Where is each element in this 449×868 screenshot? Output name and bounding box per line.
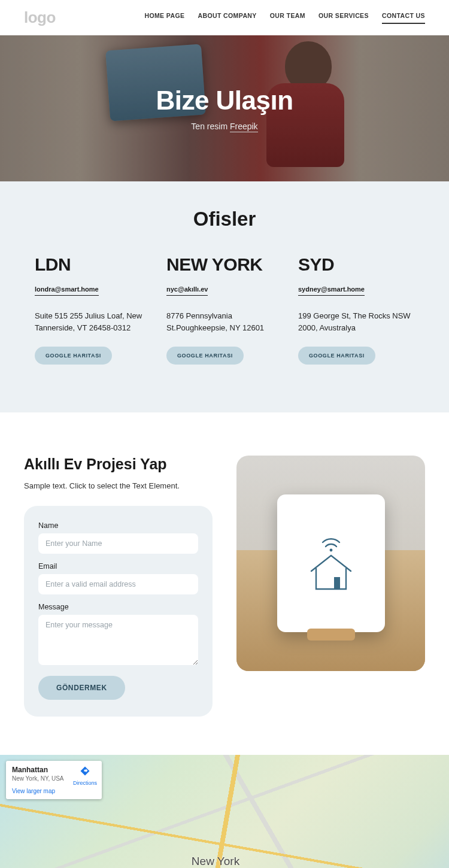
- email-input[interactable]: [38, 574, 198, 594]
- hero-subtitle: Ten resim Freepik: [191, 122, 257, 131]
- project-section: Akıllı Ev Projesi Yap Sample text. Click…: [0, 412, 449, 755]
- project-image: [236, 456, 425, 671]
- logo[interactable]: logo: [24, 8, 56, 27]
- project-left: Akıllı Ev Projesi Yap Sample text. Click…: [24, 456, 213, 717]
- svg-point-0: [329, 549, 332, 552]
- nav-team[interactable]: OUR TEAM: [270, 12, 305, 24]
- smart-home-icon: [304, 529, 358, 595]
- message-input[interactable]: [38, 615, 198, 665]
- header: logo HOME PAGE ABOUT COMPANY OUR TEAM OU…: [0, 0, 449, 35]
- nav-contact[interactable]: CONTACT US: [382, 12, 425, 24]
- hero-credit-link[interactable]: Freepik: [230, 122, 258, 132]
- offices-section: Ofisler LDN londra@smart.home Suite 515 …: [0, 181, 449, 412]
- map-directions-button[interactable]: Directions: [73, 766, 97, 787]
- office-ldn-map-button[interactable]: GOOGLE HARITASI: [35, 347, 112, 365]
- directions-icon: [80, 766, 90, 776]
- office-syd-name: SYD: [298, 254, 414, 275]
- office-ldn-email[interactable]: londra@smart.home: [35, 286, 99, 296]
- office-syd: SYD sydney@smart.home 199 George St, The…: [298, 254, 414, 365]
- submit-button[interactable]: GÖNDERMEK: [38, 676, 125, 700]
- office-nyc-address: 8776 Pennsylvania St.Poughkeepsie, NY 12…: [166, 310, 283, 333]
- hero-title: Bize Ulaşın: [156, 86, 293, 116]
- project-lead: Sample text. Click to select the Text El…: [24, 481, 213, 490]
- nav-services[interactable]: OUR SERVICES: [318, 12, 369, 24]
- office-nyc-email[interactable]: nyc@akıllı.ev: [166, 286, 208, 296]
- name-input[interactable]: [38, 533, 198, 554]
- office-ldn: LDN londra@smart.home Suite 515 255 Juli…: [35, 254, 151, 365]
- name-label: Name: [38, 521, 198, 530]
- map-section[interactable]: New York Manhattan New York, NY, USA Dir…: [0, 755, 449, 868]
- hero-subtitle-prefix: Ten resim: [191, 122, 230, 131]
- map-city-label: New York: [192, 855, 239, 868]
- project-title: Akıllı Ev Projesi Yap: [24, 456, 213, 473]
- offices-title: Ofisler: [35, 208, 414, 230]
- map-directions-label: Directions: [73, 780, 97, 786]
- office-ldn-name: LDN: [35, 254, 151, 275]
- office-syd-email[interactable]: sydney@smart.home: [298, 286, 365, 296]
- office-syd-map-button[interactable]: GOOGLE HARITASI: [298, 347, 375, 365]
- office-nyc: NEW YORK nyc@akıllı.ev 8776 Pennsylvania…: [166, 254, 283, 365]
- hero: Bize Ulaşın Ten resim Freepik: [0, 35, 449, 181]
- map-view-larger-link[interactable]: View larger map: [12, 788, 96, 794]
- message-label: Message: [38, 603, 198, 611]
- office-nyc-name: NEW YORK: [166, 254, 283, 275]
- contact-form: Name Email Message GÖNDERMEK: [24, 506, 213, 717]
- office-nyc-map-button[interactable]: GOOGLE HARITASI: [166, 347, 244, 365]
- svg-rect-1: [334, 577, 340, 589]
- nav-about[interactable]: ABOUT COMPANY: [198, 12, 256, 24]
- office-syd-address: 199 George St, The Rocks NSW 2000, Avust…: [298, 310, 414, 333]
- map-info-card: Manhattan New York, NY, USA Directions V…: [6, 761, 102, 799]
- email-label: Email: [38, 562, 198, 570]
- main-nav: HOME PAGE ABOUT COMPANY OUR TEAM OUR SER…: [144, 12, 425, 24]
- office-ldn-address: Suite 515 255 Julius Loaf, New Tannersid…: [35, 310, 151, 333]
- smart-home-tablet-graphic: [277, 494, 385, 632]
- nav-home[interactable]: HOME PAGE: [144, 12, 184, 24]
